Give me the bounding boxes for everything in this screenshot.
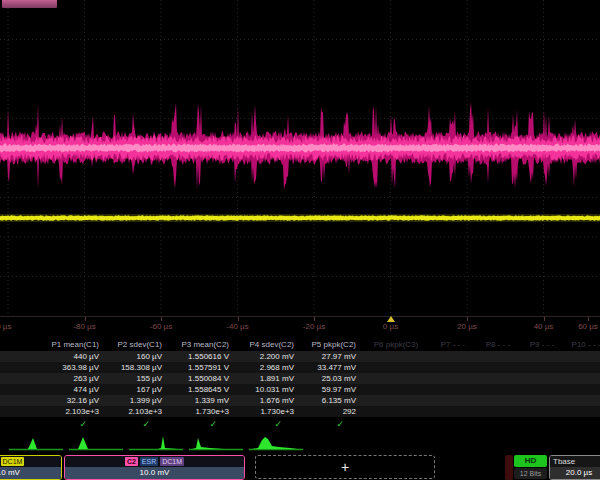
row-label-spacer [0,395,40,406]
measure-value: 167 µV [105,384,168,395]
measure-value [362,395,430,406]
measure-value: 158.308 µV [105,362,168,373]
waveform-svg [0,0,600,316]
c2-label-badge: C2 [125,457,138,466]
measure-status-check [430,417,476,431]
measure-value [362,373,430,384]
measure-value: 10.031 mV [235,384,300,395]
row-label-spacer [0,351,40,362]
histicon-p2[interactable] [68,434,124,453]
channel-c2-descriptor[interactable]: C2 ESR DC1M 10.0 mV [64,455,245,480]
measure-value [362,406,430,417]
measure-value [476,406,520,417]
measure-value: 440 µV [40,351,105,362]
measure-value [564,384,600,395]
measure-value [564,351,600,362]
c2-coupling-badge: DC1M [160,457,184,466]
timebase-label: Tbase [550,456,600,467]
measure-col-header-p9[interactable]: P9 - - - [520,339,564,351]
measure-col-header-p5[interactable]: P5 pkpk(C2) [300,339,362,351]
waveform-grid [0,0,600,316]
row-label-spacer [0,362,40,373]
measure-status-check: ✓ [168,417,235,431]
measure-value: 1.550616 V [168,351,235,362]
measure-value: 25.03 mV [300,373,362,384]
measure-value [476,395,520,406]
measure-value: 2.103e+3 [105,406,168,417]
measure-col-header-p1[interactable]: P1 mean(C1) [40,339,105,351]
measure-col-header-p6[interactable]: P6 pkpk(C3) [362,339,430,351]
c2-esr-badge: ESR [140,457,158,466]
measure-value: 1.557591 V [168,362,235,373]
measure-col-header-p10[interactable]: P10 - - - [564,339,600,351]
measure-status-check: ✓ [40,417,105,431]
channel-c1-descriptor[interactable]: C1 DC1M 10.0 mV [0,455,62,480]
histicon-p1[interactable] [8,434,64,453]
histicon-shape [128,434,184,453]
c2-vertical-scale: 10.0 mV [65,467,244,479]
timebase-scale: 20.0 µs [550,467,600,479]
measure-value: 6.135 mV [300,395,362,406]
measure-value: 292 [300,406,362,417]
measure-value [520,362,564,373]
axis-tick [588,317,589,321]
time-axis-label: -40 µs [226,322,248,331]
measure-status-check: ✓ [300,417,362,431]
measure-value [564,362,600,373]
measure-value: 2.200 mV [235,351,300,362]
measure-value: 1.339 mV [168,395,235,406]
measure-status-check [564,417,600,431]
add-trace-button[interactable]: + [255,455,435,479]
measure-value [430,373,476,384]
measure-value [430,395,476,406]
hd-mode-indicator[interactable]: HD 12 Bits [514,455,547,479]
hd-bits-label: 12 Bits [514,468,547,479]
trigger-time-marker[interactable] [387,316,395,322]
measure-value: 27.97 mV [300,351,362,362]
axis-tick [161,317,162,321]
time-axis-label: -20 µs [303,322,325,331]
time-axis: -100 µs-80 µs-60 µs-40 µs-20 µs0 µs20 µs… [0,316,600,336]
histicon-p3[interactable] [128,434,184,453]
measure-status-check [362,417,430,431]
measure-col-header-p3[interactable]: P3 mean(C2) [168,339,235,351]
measure-col-header-p7[interactable]: P7 - - - [430,339,476,351]
measure-status-check [476,417,520,431]
histicon-p5[interactable] [248,434,304,453]
measure-value: 59.97 mV [300,384,362,395]
measure-value [430,351,476,362]
histicon-p4[interactable] [188,434,244,453]
measure-value [430,384,476,395]
measure-value: 1.676 mV [235,395,300,406]
time-axis-label: -80 µs [73,322,95,331]
timebase-descriptor[interactable]: Tbase 20.0 µs [549,455,600,480]
axis-tick [544,317,545,321]
time-axis-label: 0 µs [383,322,398,331]
measure-header-row: P1 mean(C1)P2 sdev(C1)P3 mean(C2)P4 sdev… [0,339,600,351]
measure-value [362,351,430,362]
measure-value [476,362,520,373]
measure-value [362,384,430,395]
measure-col-header-p4[interactable]: P4 sdev(C2) [235,339,300,351]
histicon-shape [68,434,124,453]
row-label-spacer [0,373,40,384]
trigger-descriptor-partial[interactable] [505,455,513,480]
measure-value: 33.477 mV [300,362,362,373]
histicon-shape [8,434,64,453]
measure-value [476,384,520,395]
time-axis-label: -60 µs [150,322,172,331]
hd-badge: HD [514,455,547,467]
trace-status-badge [2,0,57,8]
row-label-spacer [0,417,40,431]
measure-value: 2.103e+3 [40,406,105,417]
measure-value: 1.399 µV [105,395,168,406]
measure-value [520,373,564,384]
oscilloscope-screen: -100 µs-80 µs-60 µs-40 µs-20 µs0 µs20 µs… [0,0,600,480]
measure-value [520,384,564,395]
measure-value: 1.730e+3 [168,406,235,417]
axis-tick [467,317,468,321]
measure-value-row: 363.98 µV158.308 µV1.557591 V2.968 mV33.… [0,362,600,373]
c1-coupling-badge: DC1M [1,457,25,466]
measure-col-header-p2[interactable]: P2 sdev(C1) [105,339,168,351]
measure-col-header-p8[interactable]: P8 - - - [476,339,520,351]
